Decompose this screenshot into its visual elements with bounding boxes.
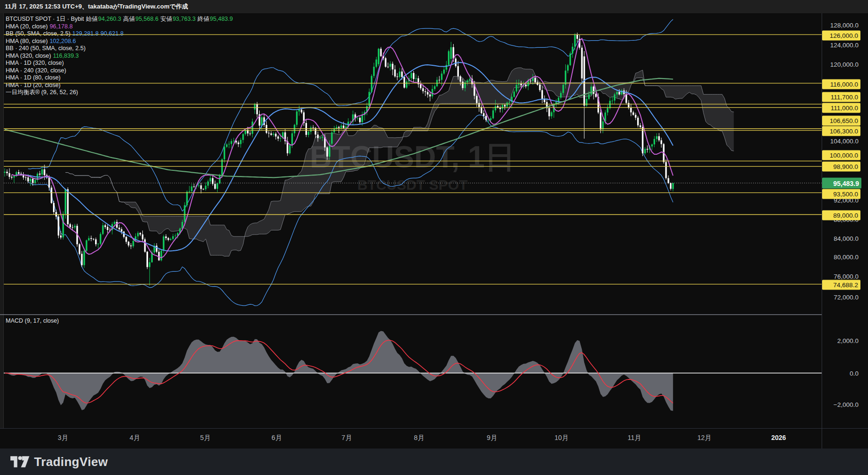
price-tick-label: 84,000.0 (833, 235, 859, 242)
macd-histogram-area (5, 331, 673, 411)
price-level-label[interactable]: 89,000.0 (822, 211, 860, 220)
price-level-label[interactable]: 93,500.0 (822, 189, 860, 199)
current-price-label[interactable]: 95,483.9 (822, 178, 861, 189)
footer-bar: TradingView (0, 449, 868, 475)
price-tick-label: 124,000.0 (830, 41, 859, 48)
price-level-label[interactable]: 106,300.0 (822, 126, 860, 136)
price-level-label[interactable]: 100,000.0 (822, 150, 860, 160)
price-level-label[interactable]: 106,650.0 (822, 116, 860, 126)
year-tick-label: 2026 (771, 434, 786, 441)
creation-header: 11月 17, 2025 12:53 UTC+9、takatabaがTradin… (0, 0, 868, 13)
month-tick-label: 6月 (272, 434, 282, 442)
tradingview-logo-icon[interactable] (10, 455, 29, 468)
month-tick-label: 3月 (58, 434, 68, 442)
price-level-lines[interactable] (4, 35, 822, 284)
price-tick-label: 120,000.0 (830, 61, 859, 68)
price-tick-label: 76,000.0 (833, 273, 859, 280)
price-level-label[interactable]: 111,000.0 (822, 103, 860, 113)
price-level-label[interactable]: 116,000.0 (822, 79, 860, 89)
month-tick-label: 12月 (697, 434, 711, 442)
price-level-label[interactable]: 98,900.0 (822, 162, 860, 172)
month-tick-label: 4月 (130, 434, 140, 442)
time-axis[interactable]: 3月4月5月6月7月8月9月10月11月12月2026 (0, 428, 868, 449)
month-tick-label: 11月 (628, 434, 641, 442)
price-tick-label: 80,000.0 (833, 254, 859, 261)
price-level-label[interactable]: 111,700.0 (822, 92, 860, 102)
price-level-label[interactable]: 126,000.0 (822, 31, 860, 41)
month-tick-label: 7月 (342, 434, 352, 442)
month-tick-label: 9月 (487, 434, 497, 442)
price-axis[interactable]: 128,000.0124,000.0120,000.0104,000.096,0… (822, 13, 868, 428)
price-chart-canvas[interactable] (0, 13, 822, 428)
tradingview-wordmark[interactable]: TradingView (34, 455, 108, 469)
price-tick-label: 128,000.0 (830, 21, 859, 28)
price-tick-label: 72,000.0 (833, 294, 859, 301)
price-level-label[interactable]: 74,688.2 (822, 280, 860, 290)
month-tick-label: 8月 (414, 434, 424, 442)
macd-tick-label: −2,000.0 (833, 401, 859, 408)
month-tick-label: 5月 (200, 434, 210, 442)
month-tick-label: 10月 (554, 434, 569, 442)
creation-header-text: 11月 17, 2025 12:53 UTC+9、takatabaがTradin… (5, 2, 188, 11)
ichimoku-cloud (65, 68, 734, 256)
macd-tick-label: 0.0 (850, 369, 859, 377)
price-tick-label: 104,000.0 (830, 138, 859, 145)
macd-tick-label: 2,000.0 (837, 337, 859, 344)
axis-corner-divider (822, 428, 822, 449)
